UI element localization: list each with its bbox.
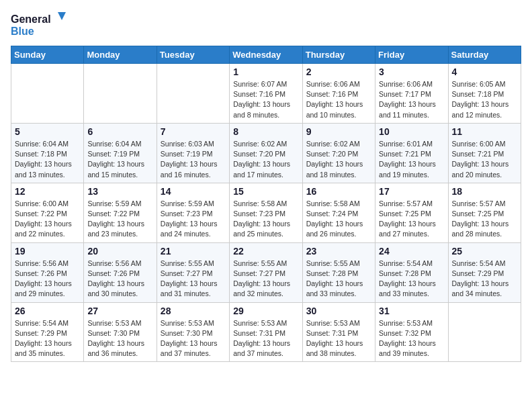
day-detail: Sunrise: 6:06 AMSunset: 7:16 PMDaylight:… bbox=[306, 79, 371, 120]
calendar-cell: 15Sunrise: 5:58 AMSunset: 7:23 PMDayligh… bbox=[230, 183, 302, 242]
weekday-header-thursday: Thursday bbox=[302, 46, 375, 64]
svg-text:Blue: Blue bbox=[11, 26, 34, 37]
day-number: 15 bbox=[233, 186, 298, 197]
day-detail: Sunrise: 5:53 AMSunset: 7:30 PMDaylight:… bbox=[161, 318, 226, 359]
day-detail: Sunrise: 5:58 AMSunset: 7:24 PMDaylight:… bbox=[306, 199, 371, 240]
day-number: 24 bbox=[379, 246, 444, 257]
calendar-cell bbox=[448, 302, 521, 362]
calendar-cell: 30Sunrise: 5:53 AMSunset: 7:31 PMDayligh… bbox=[302, 302, 375, 362]
calendar-cell: 2Sunrise: 6:06 AMSunset: 7:16 PMDaylight… bbox=[302, 64, 375, 124]
day-number: 6 bbox=[87, 126, 152, 137]
weekday-header-tuesday: Tuesday bbox=[157, 46, 229, 64]
day-detail: Sunrise: 5:53 AMSunset: 7:30 PMDaylight:… bbox=[87, 318, 152, 359]
day-detail: Sunrise: 6:06 AMSunset: 7:17 PMDaylight:… bbox=[379, 79, 444, 120]
calendar-cell: 4Sunrise: 6:05 AMSunset: 7:18 PMDaylight… bbox=[448, 64, 521, 124]
day-detail: Sunrise: 6:02 AMSunset: 7:20 PMDaylight:… bbox=[306, 139, 371, 180]
calendar-cell: 21Sunrise: 5:55 AMSunset: 7:27 PMDayligh… bbox=[157, 242, 229, 302]
calendar-cell: 23Sunrise: 5:55 AMSunset: 7:28 PMDayligh… bbox=[302, 242, 375, 302]
calendar-cell: 18Sunrise: 5:57 AMSunset: 7:25 PMDayligh… bbox=[448, 183, 521, 242]
day-number: 4 bbox=[452, 66, 517, 77]
calendar-cell bbox=[11, 64, 84, 124]
page-header: GeneralBlue bbox=[11, 11, 521, 38]
svg-marker-2 bbox=[58, 12, 66, 20]
day-detail: Sunrise: 6:03 AMSunset: 7:19 PMDaylight:… bbox=[161, 139, 226, 180]
day-number: 1 bbox=[233, 66, 298, 77]
day-detail: Sunrise: 5:55 AMSunset: 7:27 PMDaylight:… bbox=[233, 259, 298, 300]
day-number: 19 bbox=[15, 246, 80, 257]
calendar-cell: 26Sunrise: 5:54 AMSunset: 7:29 PMDayligh… bbox=[11, 302, 84, 362]
day-number: 21 bbox=[161, 246, 226, 257]
calendar-cell: 17Sunrise: 5:57 AMSunset: 7:25 PMDayligh… bbox=[375, 183, 448, 242]
day-detail: Sunrise: 6:01 AMSunset: 7:21 PMDaylight:… bbox=[379, 139, 444, 180]
day-number: 2 bbox=[306, 66, 371, 77]
day-detail: Sunrise: 6:05 AMSunset: 7:18 PMDaylight:… bbox=[452, 79, 517, 120]
day-detail: Sunrise: 6:00 AMSunset: 7:22 PMDaylight:… bbox=[15, 199, 80, 240]
day-detail: Sunrise: 5:54 AMSunset: 7:28 PMDaylight:… bbox=[379, 259, 444, 300]
day-number: 11 bbox=[452, 126, 517, 137]
day-detail: Sunrise: 5:56 AMSunset: 7:26 PMDaylight:… bbox=[15, 259, 80, 300]
day-number: 27 bbox=[87, 306, 152, 316]
calendar-cell: 8Sunrise: 6:02 AMSunset: 7:20 PMDaylight… bbox=[230, 123, 302, 183]
day-detail: Sunrise: 5:54 AMSunset: 7:29 PMDaylight:… bbox=[15, 318, 80, 359]
day-number: 12 bbox=[15, 186, 80, 197]
day-number: 26 bbox=[15, 306, 80, 316]
calendar-cell: 24Sunrise: 5:54 AMSunset: 7:28 PMDayligh… bbox=[375, 242, 448, 302]
calendar-week-2: 5Sunrise: 6:04 AMSunset: 7:18 PMDaylight… bbox=[11, 123, 521, 183]
calendar-week-4: 19Sunrise: 5:56 AMSunset: 7:26 PMDayligh… bbox=[11, 242, 521, 302]
calendar-week-1: 1Sunrise: 6:07 AMSunset: 7:16 PMDaylight… bbox=[11, 64, 521, 124]
calendar-header-row: SundayMondayTuesdayWednesdayThursdayFrid… bbox=[11, 46, 521, 64]
day-detail: Sunrise: 6:02 AMSunset: 7:20 PMDaylight:… bbox=[233, 139, 298, 180]
weekday-header-saturday: Saturday bbox=[448, 46, 521, 64]
calendar-cell: 20Sunrise: 5:56 AMSunset: 7:26 PMDayligh… bbox=[84, 242, 157, 302]
day-number: 31 bbox=[379, 306, 444, 316]
calendar-cell: 28Sunrise: 5:53 AMSunset: 7:30 PMDayligh… bbox=[157, 302, 229, 362]
svg-text:General: General bbox=[11, 13, 51, 25]
calendar-cell: 31Sunrise: 5:53 AMSunset: 7:32 PMDayligh… bbox=[375, 302, 448, 362]
calendar-cell: 16Sunrise: 5:58 AMSunset: 7:24 PMDayligh… bbox=[302, 183, 375, 242]
day-number: 16 bbox=[306, 186, 371, 197]
calendar-cell bbox=[84, 64, 157, 124]
day-number: 23 bbox=[306, 246, 371, 257]
calendar-week-5: 26Sunrise: 5:54 AMSunset: 7:29 PMDayligh… bbox=[11, 302, 521, 362]
calendar-cell: 14Sunrise: 5:59 AMSunset: 7:23 PMDayligh… bbox=[157, 183, 229, 242]
day-detail: Sunrise: 5:53 AMSunset: 7:31 PMDaylight:… bbox=[233, 318, 298, 359]
calendar-cell bbox=[157, 64, 229, 124]
day-number: 7 bbox=[161, 126, 226, 137]
day-number: 13 bbox=[87, 186, 152, 197]
day-number: 10 bbox=[379, 126, 444, 137]
calendar-cell: 25Sunrise: 5:54 AMSunset: 7:29 PMDayligh… bbox=[448, 242, 521, 302]
day-detail: Sunrise: 5:53 AMSunset: 7:31 PMDaylight:… bbox=[306, 318, 371, 359]
day-number: 22 bbox=[233, 246, 298, 257]
day-detail: Sunrise: 5:57 AMSunset: 7:25 PMDaylight:… bbox=[379, 199, 444, 240]
day-number: 8 bbox=[233, 126, 298, 137]
day-number: 14 bbox=[161, 186, 226, 197]
day-number: 25 bbox=[452, 246, 517, 257]
day-detail: Sunrise: 5:59 AMSunset: 7:22 PMDaylight:… bbox=[87, 199, 152, 240]
day-number: 9 bbox=[306, 126, 371, 137]
calendar-cell: 6Sunrise: 6:04 AMSunset: 7:19 PMDaylight… bbox=[84, 123, 157, 183]
day-detail: Sunrise: 6:00 AMSunset: 7:21 PMDaylight:… bbox=[452, 139, 517, 180]
calendar-cell: 19Sunrise: 5:56 AMSunset: 7:26 PMDayligh… bbox=[11, 242, 84, 302]
day-detail: Sunrise: 5:57 AMSunset: 7:25 PMDaylight:… bbox=[452, 199, 517, 240]
day-detail: Sunrise: 5:53 AMSunset: 7:32 PMDaylight:… bbox=[379, 318, 444, 359]
calendar-cell: 7Sunrise: 6:03 AMSunset: 7:19 PMDaylight… bbox=[157, 123, 229, 183]
day-detail: Sunrise: 6:04 AMSunset: 7:18 PMDaylight:… bbox=[15, 139, 80, 180]
day-number: 28 bbox=[161, 306, 226, 316]
day-detail: Sunrise: 6:07 AMSunset: 7:16 PMDaylight:… bbox=[233, 79, 298, 120]
day-detail: Sunrise: 5:59 AMSunset: 7:23 PMDaylight:… bbox=[161, 199, 226, 240]
calendar-body: 1Sunrise: 6:07 AMSunset: 7:16 PMDaylight… bbox=[11, 64, 521, 362]
day-detail: Sunrise: 6:04 AMSunset: 7:19 PMDaylight:… bbox=[87, 139, 152, 180]
weekday-header-monday: Monday bbox=[84, 46, 157, 64]
day-detail: Sunrise: 5:55 AMSunset: 7:27 PMDaylight:… bbox=[161, 259, 226, 300]
day-detail: Sunrise: 5:55 AMSunset: 7:28 PMDaylight:… bbox=[306, 259, 371, 300]
day-number: 29 bbox=[233, 306, 298, 316]
calendar-cell: 10Sunrise: 6:01 AMSunset: 7:21 PMDayligh… bbox=[375, 123, 448, 183]
calendar-cell: 9Sunrise: 6:02 AMSunset: 7:20 PMDaylight… bbox=[302, 123, 375, 183]
calendar-cell: 3Sunrise: 6:06 AMSunset: 7:17 PMDaylight… bbox=[375, 64, 448, 124]
calendar-cell: 1Sunrise: 6:07 AMSunset: 7:16 PMDaylight… bbox=[230, 64, 302, 124]
calendar-week-3: 12Sunrise: 6:00 AMSunset: 7:22 PMDayligh… bbox=[11, 183, 521, 242]
day-number: 20 bbox=[87, 246, 152, 257]
weekday-header-sunday: Sunday bbox=[11, 46, 84, 64]
logo: GeneralBlue bbox=[11, 11, 71, 38]
weekday-header-friday: Friday bbox=[375, 46, 448, 64]
